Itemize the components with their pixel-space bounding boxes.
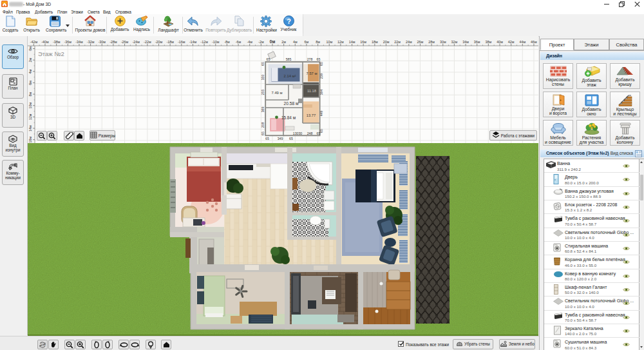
svg-text:-34м: -34м bbox=[75, 40, 83, 44]
svg-text:-16м: -16м bbox=[178, 40, 185, 44]
svg-text:65: 65 bbox=[289, 137, 293, 141]
svg-text:8м: 8м bbox=[316, 40, 320, 44]
svg-text:34м: 34м bbox=[462, 40, 469, 44]
svg-text:-24м: -24м bbox=[132, 40, 140, 44]
svg-text:40м: 40м bbox=[497, 40, 503, 44]
svg-text:65: 65 bbox=[265, 137, 269, 141]
svg-text:4м: 4м bbox=[28, 69, 32, 73]
svg-text:Этаж №2: Этаж №2 bbox=[38, 50, 64, 57]
svg-text:12м: 12м bbox=[28, 113, 32, 120]
svg-text:36м: 36м bbox=[474, 40, 480, 44]
svg-text:-40м: -40м bbox=[41, 40, 49, 44]
svg-text:26м: 26м bbox=[417, 40, 424, 44]
svg-text:4м: 4м bbox=[293, 40, 298, 44]
svg-text:360: 360 bbox=[41, 344, 46, 347]
svg-text:-6м: -6м bbox=[236, 40, 242, 44]
svg-text:7.57 м: 7.57 м bbox=[307, 72, 317, 75]
svg-text:-38м: -38м bbox=[53, 40, 61, 44]
svg-text:24м: 24м bbox=[406, 40, 412, 44]
svg-text:44м: 44м bbox=[519, 40, 526, 44]
svg-text:585: 585 bbox=[286, 57, 292, 61]
svg-text:-32м: -32м bbox=[87, 40, 95, 44]
svg-text:20.58 м: 20.58 м bbox=[284, 101, 299, 106]
svg-text:22м: 22м bbox=[394, 40, 401, 44]
svg-text:10м: 10м bbox=[28, 102, 32, 109]
svg-text:248: 248 bbox=[307, 131, 313, 135]
svg-text:7.49 м: 7.49 м bbox=[272, 91, 283, 95]
svg-text:-22м: -22м bbox=[144, 40, 151, 44]
svg-text:-14м: -14м bbox=[189, 40, 197, 44]
svg-text:16м: 16м bbox=[28, 137, 32, 143]
svg-text:0м: 0м bbox=[28, 46, 32, 51]
svg-text:-12м: -12м bbox=[200, 40, 208, 44]
svg-text:350: 350 bbox=[261, 75, 265, 81]
svg-text:255: 255 bbox=[261, 90, 265, 95]
svg-text:208: 208 bbox=[261, 122, 265, 128]
svg-text:13.77: 13.77 bbox=[307, 113, 316, 117]
svg-text:38м: 38м bbox=[485, 40, 491, 44]
svg-text:-30м: -30м bbox=[99, 40, 106, 44]
svg-text:2м: 2м bbox=[28, 58, 32, 63]
svg-text:65: 65 bbox=[319, 62, 323, 66]
svg-text:-18м: -18м bbox=[166, 40, 174, 44]
svg-text:18м: 18м bbox=[372, 40, 378, 44]
svg-text:278: 278 bbox=[307, 57, 313, 61]
svg-text:15.84 м: 15.84 м bbox=[281, 115, 296, 120]
svg-text:-20м: -20м bbox=[155, 40, 163, 44]
svg-text:349: 349 bbox=[278, 137, 283, 141]
svg-text:6м: 6м bbox=[28, 81, 32, 85]
svg-text:?: ? bbox=[287, 17, 291, 25]
svg-text:-36м: -36м bbox=[64, 40, 72, 44]
svg-text:65: 65 bbox=[267, 57, 270, 61]
svg-text:28м: 28м bbox=[428, 40, 435, 44]
svg-text:239: 239 bbox=[319, 73, 323, 79]
svg-text:394: 394 bbox=[319, 90, 323, 95]
svg-text:10м: 10м bbox=[326, 40, 332, 44]
svg-text:65: 65 bbox=[261, 62, 265, 66]
svg-text:0м: 0м bbox=[270, 39, 276, 44]
svg-text:-4м: -4м bbox=[247, 40, 252, 44]
svg-text:-2м: -2м bbox=[258, 40, 264, 44]
svg-text:65: 65 bbox=[261, 131, 265, 135]
svg-text:-8м: -8м bbox=[224, 40, 230, 44]
svg-text:65: 65 bbox=[317, 57, 321, 61]
svg-text:369: 369 bbox=[261, 107, 265, 113]
svg-text:65: 65 bbox=[317, 131, 321, 135]
svg-text:30м: 30м bbox=[440, 40, 446, 44]
svg-text:14м: 14м bbox=[28, 125, 32, 131]
svg-text:11.18: 11.18 bbox=[307, 89, 316, 93]
svg-text:32м: 32м bbox=[451, 40, 458, 44]
svg-text:-42м: -42м bbox=[30, 40, 38, 44]
svg-text:2.14 м²: 2.14 м² bbox=[284, 74, 296, 78]
svg-text:20м: 20м bbox=[383, 40, 390, 44]
svg-text:46м: 46м bbox=[531, 40, 537, 44]
svg-text:42м: 42м bbox=[508, 40, 515, 44]
svg-text:449: 449 bbox=[319, 111, 323, 117]
svg-text:6м: 6м bbox=[305, 40, 309, 44]
svg-text:-28м: -28м bbox=[109, 40, 117, 44]
svg-text:12м: 12м bbox=[337, 40, 344, 44]
svg-text:13030: 13030 bbox=[293, 131, 303, 135]
svg-text:-10м: -10м bbox=[212, 40, 220, 44]
svg-text:14м: 14м bbox=[349, 40, 355, 44]
svg-text:16м: 16м bbox=[360, 40, 366, 44]
svg-text:2м: 2м bbox=[281, 40, 286, 44]
svg-text:8м: 8м bbox=[28, 92, 32, 96]
svg-text:-26м: -26м bbox=[121, 40, 129, 44]
